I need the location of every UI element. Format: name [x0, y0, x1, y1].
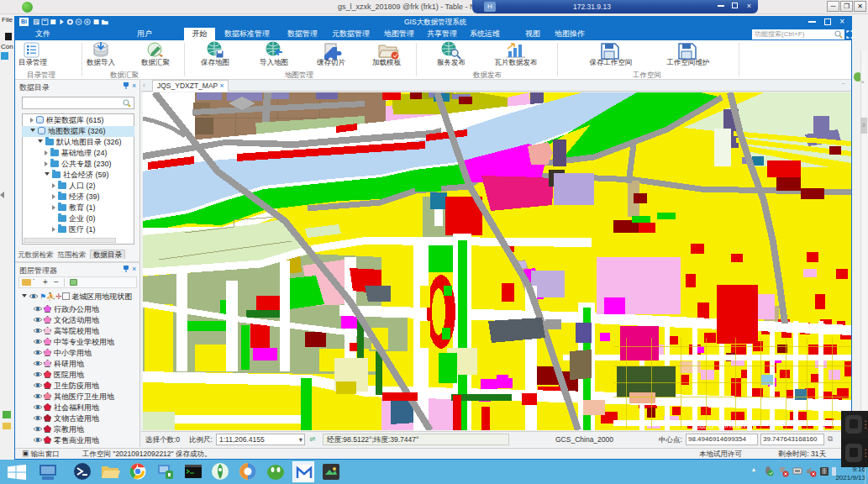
svg-text:激活 Windows: 激活 Windows [697, 420, 750, 429]
